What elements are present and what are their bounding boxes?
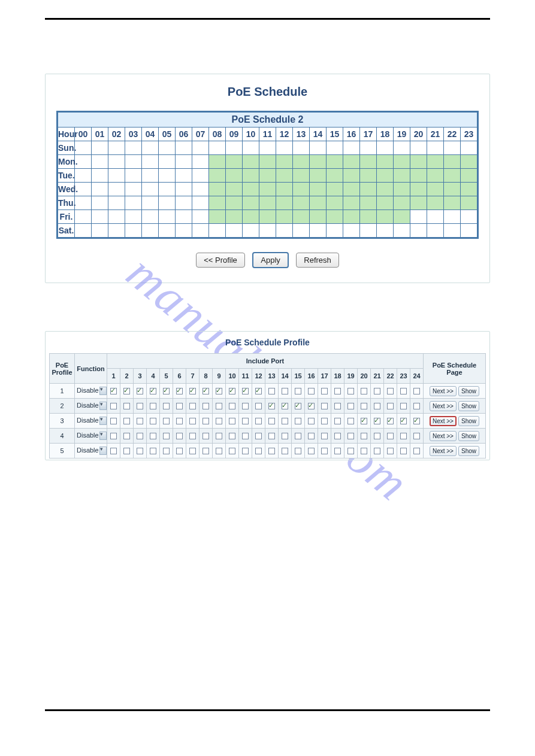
- schedule-cell[interactable]: [276, 155, 293, 169]
- schedule-cell[interactable]: [427, 169, 444, 183]
- schedule-cell[interactable]: [92, 196, 108, 210]
- port-checkbox[interactable]: [387, 388, 394, 394]
- schedule-cell[interactable]: [310, 155, 327, 169]
- port-checkbox[interactable]: [295, 433, 301, 439]
- schedule-cell[interactable]: [259, 155, 276, 169]
- schedule-cell[interactable]: [293, 183, 310, 196]
- port-checkbox[interactable]: [347, 388, 354, 394]
- port-checkbox[interactable]: [189, 433, 196, 439]
- port-checkbox[interactable]: [295, 388, 301, 394]
- schedule-cell[interactable]: [461, 141, 477, 155]
- port-checkbox[interactable]: [268, 433, 275, 439]
- port-checkbox[interactable]: [334, 448, 341, 454]
- port-checkbox[interactable]: [413, 418, 420, 424]
- schedule-cell[interactable]: [410, 224, 427, 238]
- schedule-cell[interactable]: [92, 169, 108, 183]
- port-checkbox[interactable]: [163, 448, 170, 454]
- schedule-cell[interactable]: [394, 224, 410, 238]
- schedule-cell[interactable]: [360, 224, 377, 238]
- port-checkbox[interactable]: [282, 403, 288, 409]
- schedule-cell[interactable]: [108, 224, 125, 238]
- port-checkbox[interactable]: [321, 388, 328, 394]
- schedule-cell[interactable]: [377, 224, 394, 238]
- schedule-cell[interactable]: [75, 141, 92, 155]
- port-checkbox[interactable]: [229, 433, 235, 439]
- port-checkbox[interactable]: [282, 448, 288, 454]
- port-checkbox[interactable]: [242, 418, 249, 424]
- port-checkbox[interactable]: [255, 388, 262, 394]
- function-select[interactable]: Disable: [75, 399, 107, 414]
- schedule-cell[interactable]: [410, 210, 427, 224]
- schedule-cell[interactable]: [125, 155, 142, 169]
- schedule-cell[interactable]: [377, 196, 394, 210]
- port-checkbox[interactable]: [110, 433, 117, 439]
- schedule-cell[interactable]: [427, 224, 444, 238]
- port-checkbox[interactable]: [361, 418, 367, 424]
- port-checkbox[interactable]: [400, 388, 407, 394]
- function-select[interactable]: Disable: [75, 384, 107, 399]
- port-checkbox[interactable]: [150, 418, 156, 424]
- port-checkbox[interactable]: [387, 403, 394, 409]
- schedule-cell[interactable]: [209, 196, 226, 210]
- port-checkbox[interactable]: [268, 418, 275, 424]
- port-checkbox[interactable]: [295, 448, 301, 454]
- schedule-cell[interactable]: [192, 210, 209, 224]
- schedule-cell[interactable]: [259, 224, 276, 238]
- port-checkbox[interactable]: [361, 403, 367, 409]
- port-checkbox[interactable]: [334, 403, 341, 409]
- port-checkbox[interactable]: [137, 403, 143, 409]
- schedule-cell[interactable]: [360, 155, 377, 169]
- schedule-cell[interactable]: [125, 169, 142, 183]
- port-checkbox[interactable]: [361, 388, 367, 394]
- schedule-cell[interactable]: [343, 183, 360, 196]
- schedule-cell[interactable]: [461, 196, 477, 210]
- schedule-cell[interactable]: [444, 169, 461, 183]
- port-checkbox[interactable]: [176, 418, 183, 424]
- schedule-cell[interactable]: [125, 210, 142, 224]
- schedule-cell[interactable]: [125, 183, 142, 196]
- schedule-cell[interactable]: [327, 196, 343, 210]
- schedule-cell[interactable]: [209, 183, 226, 196]
- show-button[interactable]: Show: [458, 446, 479, 456]
- show-button[interactable]: Show: [458, 401, 479, 411]
- schedule-cell[interactable]: [410, 141, 427, 155]
- schedule-cell[interactable]: [192, 196, 209, 210]
- schedule-cell[interactable]: [176, 196, 192, 210]
- schedule-cell[interactable]: [209, 210, 226, 224]
- schedule-cell[interactable]: [410, 169, 427, 183]
- port-checkbox[interactable]: [123, 418, 130, 424]
- schedule-cell[interactable]: [75, 169, 92, 183]
- schedule-cell[interactable]: [444, 210, 461, 224]
- schedule-cell[interactable]: [108, 196, 125, 210]
- schedule-cell[interactable]: [276, 210, 293, 224]
- schedule-cell[interactable]: [125, 224, 142, 238]
- schedule-cell[interactable]: [276, 141, 293, 155]
- schedule-cell[interactable]: [410, 196, 427, 210]
- schedule-cell[interactable]: [293, 224, 310, 238]
- port-checkbox[interactable]: [374, 418, 380, 424]
- port-checkbox[interactable]: [137, 448, 143, 454]
- port-checkbox[interactable]: [229, 448, 235, 454]
- port-checkbox[interactable]: [150, 448, 156, 454]
- schedule-cell[interactable]: [108, 169, 125, 183]
- port-checkbox[interactable]: [282, 433, 288, 439]
- schedule-cell[interactable]: [192, 224, 209, 238]
- port-checkbox[interactable]: [413, 388, 420, 394]
- schedule-cell[interactable]: [293, 210, 310, 224]
- port-checkbox[interactable]: [202, 448, 209, 454]
- schedule-cell[interactable]: [159, 141, 176, 155]
- port-checkbox[interactable]: [176, 448, 183, 454]
- schedule-cell[interactable]: [243, 169, 259, 183]
- port-checkbox[interactable]: [400, 418, 407, 424]
- schedule-cell[interactable]: [293, 155, 310, 169]
- schedule-cell[interactable]: [444, 224, 461, 238]
- show-button[interactable]: Show: [458, 386, 479, 396]
- chevron-down-icon[interactable]: [99, 387, 107, 395]
- schedule-cell[interactable]: [343, 169, 360, 183]
- port-checkbox[interactable]: [229, 403, 235, 409]
- port-checkbox[interactable]: [255, 418, 262, 424]
- port-checkbox[interactable]: [137, 418, 143, 424]
- port-checkbox[interactable]: [189, 418, 196, 424]
- show-button[interactable]: Show: [458, 416, 479, 426]
- port-checkbox[interactable]: [374, 448, 380, 454]
